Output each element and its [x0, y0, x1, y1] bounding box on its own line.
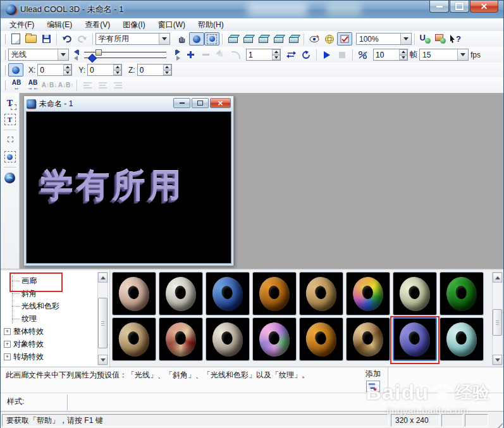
gallery-item-mottled-brown-ring[interactable]: [346, 317, 390, 361]
wireframe-button[interactable]: [322, 32, 337, 46]
x-input[interactable]: [38, 64, 63, 75]
render-options-button[interactable]: [337, 32, 352, 46]
tree-item-4[interactable]: +整体特效: [3, 325, 95, 338]
scroll-up-button[interactable]: [98, 272, 108, 283]
spin-up-button[interactable]: [163, 64, 171, 70]
tree-item-0[interactable]: 画廊: [3, 274, 95, 287]
smooth-path-button[interactable]: [228, 48, 243, 61]
key-next-icon[interactable]: [176, 56, 180, 62]
toolbar-grip[interactable]: [3, 80, 6, 90]
scroll-up-button[interactable]: [493, 272, 502, 283]
open-file-button[interactable]: [23, 32, 39, 46]
text-style-combo[interactable]: 学有所用: [95, 33, 170, 45]
delete-keyframe-button[interactable]: [198, 48, 213, 61]
tree-item-1[interactable]: 斜角: [3, 287, 95, 300]
add-gallery-icon[interactable]: [366, 381, 380, 392]
tree-item-2[interactable]: 光线和色彩: [3, 300, 95, 312]
projection-button-5[interactable]: [286, 32, 301, 46]
combo-dropdown-button[interactable]: [457, 49, 468, 60]
new-document-button[interactable]: [8, 32, 23, 46]
resize-grip[interactable]: [495, 420, 503, 428]
gallery-scrollbar[interactable]: [492, 272, 503, 365]
combo-dropdown-button[interactable]: [58, 49, 68, 60]
gallery-item-rust-metal-ring[interactable]: [206, 317, 250, 361]
rotate-view-button[interactable]: [204, 32, 219, 46]
go-first-frame-icon[interactable]: [74, 49, 79, 56]
gallery-item-rainbow-ring[interactable]: [346, 272, 390, 315]
combo-dropdown-button[interactable]: [400, 34, 411, 44]
scroll-down-button[interactable]: [98, 355, 108, 365]
x-spinner[interactable]: [37, 64, 72, 76]
object-visibility-button[interactable]: [307, 32, 322, 46]
scrollbar-thumb[interactable]: [493, 309, 502, 336]
expand-icon[interactable]: +: [4, 328, 11, 335]
stop-button[interactable]: [335, 48, 350, 61]
spin-down-button[interactable]: [399, 55, 407, 61]
y-input[interactable]: [88, 64, 113, 75]
spin-down-button[interactable]: [163, 70, 171, 76]
projection-button-3[interactable]: [255, 32, 271, 46]
scrollbar-thumb[interactable]: [98, 298, 108, 348]
go-last-frame-icon[interactable]: [175, 49, 180, 56]
edit-text-button[interactable]: T: [3, 112, 18, 127]
projection-button-2[interactable]: [240, 32, 255, 46]
insert-text-button[interactable]: T: [3, 95, 18, 111]
save-button[interactable]: [39, 32, 54, 46]
rotate-object-button[interactable]: [189, 32, 204, 46]
pan-tool-button[interactable]: [174, 32, 189, 46]
gallery-item-green-foil-ring[interactable]: [439, 272, 484, 315]
gallery-item-wicker-ring[interactable]: [299, 272, 343, 315]
key-prev-icon[interactable]: [74, 56, 78, 62]
play-button[interactable]: [319, 48, 335, 61]
text-spacing-button-0[interactable]: AB↔: [8, 78, 25, 92]
close-button[interactable]: [470, 1, 498, 13]
attribute-combo[interactable]: 光线: [8, 49, 69, 61]
z-input[interactable]: [138, 64, 163, 75]
y-spinner[interactable]: [87, 64, 122, 76]
gallery-item-aqua-ring[interactable]: [439, 317, 484, 361]
spin-down-button[interactable]: [113, 70, 121, 76]
text-spacing-button-2[interactable]: A↑B↓: [41, 78, 58, 92]
gallery-item-blue-velvet-ring[interactable]: [393, 317, 437, 361]
export-frames-button[interactable]: [355, 48, 371, 61]
menu-item-3[interactable]: 图像(I): [116, 18, 151, 32]
add-to-gallery[interactable]: 添加: [362, 369, 384, 392]
minimize-button[interactable]: [429, 1, 449, 13]
render-canvas[interactable]: 学有所用: [26, 111, 231, 264]
cycle-playback-button[interactable]: [298, 48, 314, 61]
canvas-3d-text[interactable]: 学有所用: [40, 164, 185, 208]
reverse-keyframes-button[interactable]: [213, 48, 228, 61]
current-frame-spinner[interactable]: [246, 49, 281, 61]
spin-down-button[interactable]: [63, 70, 71, 76]
gallery-item-ivory-gold-ring[interactable]: [159, 272, 203, 315]
ulead-web-button[interactable]: U: [417, 32, 433, 46]
gallery-item-celadon-marble-ring[interactable]: [393, 272, 437, 315]
gallery-item-red-collage-ring[interactable]: [159, 317, 203, 361]
toolbar-grip[interactable]: [3, 34, 6, 44]
toolbar-grip[interactable]: [3, 50, 6, 60]
spin-up-button[interactable]: [399, 49, 407, 55]
context-help-button[interactable]: ?: [448, 32, 463, 46]
tree-item-5[interactable]: +对象特效: [3, 338, 95, 350]
current-frame-input[interactable]: [247, 49, 272, 60]
gallery-item-blue-crystal-ring[interactable]: [206, 272, 250, 315]
align-left-button[interactable]: [80, 78, 95, 92]
toolbar-grip[interactable]: [3, 65, 6, 75]
move-mode-button[interactable]: [8, 63, 23, 76]
doc-close-button[interactable]: [210, 98, 231, 108]
menu-item-4[interactable]: 窗口(W): [152, 18, 192, 32]
spin-down-button[interactable]: [272, 55, 280, 61]
undo-button[interactable]: [59, 32, 75, 46]
gallery-item-pink-marble-ring[interactable]: [112, 272, 156, 315]
redo-button[interactable]: [75, 32, 90, 46]
frame-slider-handle[interactable]: [95, 49, 102, 56]
text-spacing-button-3[interactable]: A↓B↑: [58, 78, 74, 92]
timeline-slider[interactable]: [70, 48, 181, 62]
gallery-item-iridescent-ring[interactable]: [252, 317, 297, 361]
expand-icon[interactable]: +: [4, 341, 11, 348]
spin-up-button[interactable]: [113, 64, 121, 70]
align-center-button[interactable]: [95, 78, 110, 92]
gallery-item-tan-marble-ring[interactable]: [112, 317, 156, 361]
gallery-item-orange-wood-ring[interactable]: [252, 272, 297, 315]
menu-item-1[interactable]: 编辑(E): [40, 18, 78, 32]
